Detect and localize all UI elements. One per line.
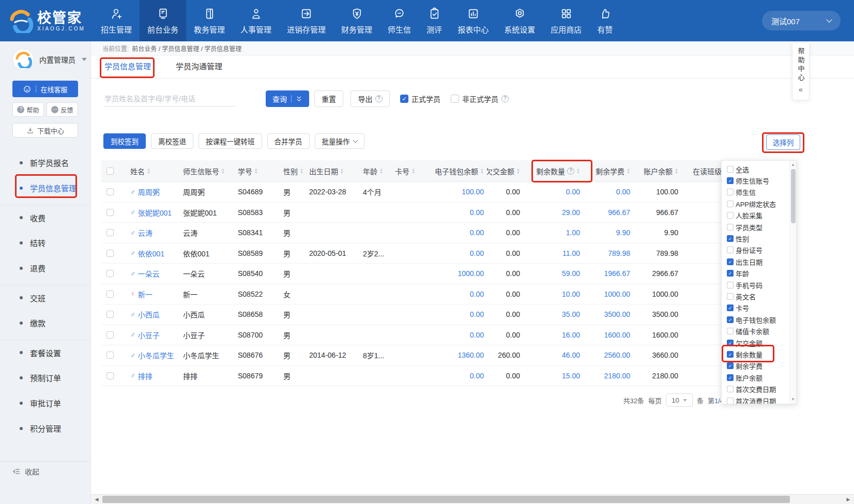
sort-icon[interactable] (576, 168, 580, 174)
sidebar-menu-item[interactable]: 预制订单 (0, 365, 90, 390)
formal-checkbox[interactable] (400, 95, 408, 103)
column-checkbox[interactable] (727, 224, 734, 231)
column-checkbox[interactable] (727, 166, 734, 173)
sort-icon[interactable] (516, 168, 520, 174)
dropdown-scrollbar[interactable]: ▲ ▼ (789, 161, 796, 404)
column-option[interactable]: 剩余学费 (722, 360, 796, 372)
tab-student-communication[interactable]: 学员沟通管理 (175, 60, 223, 78)
column-option[interactable]: 首次交费日期 (722, 383, 796, 394)
column-checkbox[interactable] (727, 328, 734, 334)
column-checkbox[interactable] (727, 374, 734, 381)
nav-item-hr[interactable]: 人事管理 (233, 0, 279, 41)
column-checkbox[interactable] (727, 258, 734, 265)
column-option[interactable]: 性别 (722, 233, 796, 244)
column-checkbox[interactable] (727, 340, 734, 346)
student-name-link[interactable]: 张妮妮001 (138, 207, 172, 218)
student-name-link[interactable]: 新一 (138, 289, 152, 299)
remaining-fee-link[interactable]: 2560.00 (604, 351, 630, 359)
sidebar-menu-item[interactable]: 积分管理 (0, 416, 90, 441)
checkout-button[interactable]: 离校签退 (151, 133, 193, 149)
column-header-name[interactable]: 姓名 (124, 166, 177, 176)
app-logo[interactable]: 校管家 XIAOGJ.COM (0, 0, 93, 41)
remaining-fee-link[interactable]: 966.67 (608, 208, 630, 217)
scroll-left-icon[interactable]: ◀ (92, 495, 101, 504)
sort-icon[interactable] (221, 168, 225, 174)
column-option[interactable]: 身份证号 (722, 245, 796, 256)
remaining-fee-link[interactable]: 0.00 (616, 188, 630, 196)
online-service-button[interactable]: 在线客服 (12, 81, 78, 97)
column-option[interactable]: 电子钱包余额 (722, 314, 796, 325)
formal-student-filter[interactable]: 正式学员 (400, 94, 440, 104)
column-option[interactable]: 手机号码 (722, 279, 796, 291)
remaining-fee-link[interactable]: 1966.67 (604, 269, 630, 278)
remaining-qty-link[interactable]: 15.00 (562, 372, 580, 380)
scrollbar-thumb[interactable] (791, 169, 796, 223)
nav-item-youzan[interactable]: 有赞 (589, 0, 620, 41)
sidebar-menu-item[interactable]: 新学员报名 (0, 150, 90, 175)
nav-item-settings[interactable]: 系统设置 (496, 0, 543, 41)
select-columns-button[interactable]: 选择列 (766, 134, 800, 150)
column-checkbox[interactable] (727, 362, 734, 369)
sort-icon[interactable] (147, 168, 150, 174)
wallet-balance-link[interactable]: 100.00 (462, 188, 484, 196)
column-checkbox[interactable] (727, 177, 734, 184)
student-name-link[interactable]: 小冬瓜学生 (138, 350, 174, 360)
wallet-balance-link[interactable]: 1000.00 (457, 269, 484, 278)
column-checkbox[interactable] (727, 247, 734, 253)
merge-students-button[interactable]: 合并学员 (267, 133, 310, 149)
wallet-balance-link[interactable]: 1360.00 (457, 351, 484, 359)
transfer-by-course-button[interactable]: 按课程一键转班 (199, 133, 262, 149)
column-option[interactable]: 剩余数量 (722, 348, 796, 360)
column-checkbox[interactable] (727, 316, 734, 323)
column-option[interactable]: 出生日期 (722, 256, 796, 267)
remaining-fee-link[interactable]: 789.98 (608, 249, 630, 257)
row-checkbox[interactable] (106, 372, 114, 379)
column-option[interactable]: 储值卡余额 (722, 325, 796, 337)
nav-item-finance[interactable]: 财务管理 (333, 0, 380, 41)
column-option[interactable]: 全选 (722, 163, 796, 175)
nav-item-reports[interactable]: 报表中心 (450, 0, 496, 41)
horizontal-scrollbar[interactable]: ◀ ▶ (91, 494, 854, 504)
sort-icon[interactable] (379, 168, 383, 174)
remaining-qty-link[interactable]: 59.00 (562, 269, 580, 278)
column-option[interactable]: 师生信 (722, 187, 796, 198)
column-header-balance[interactable]: 账户余额 (633, 166, 681, 176)
column-header-age[interactable]: 年龄 (357, 166, 389, 176)
sidebar-menu-item[interactable]: 结转 (0, 230, 90, 255)
wallet-balance-link[interactable]: 0.00 (470, 290, 484, 298)
sidebar-menu-item[interactable]: 缴款 (0, 310, 90, 335)
remaining-fee-link[interactable]: 3500.00 (604, 310, 630, 318)
remaining-qty-link[interactable]: 29.00 (562, 208, 580, 217)
user-menu[interactable]: 测试007 (762, 11, 841, 30)
student-name-link[interactable]: 云涛 (138, 227, 152, 238)
wallet-balance-link[interactable]: 0.00 (470, 331, 484, 339)
sort-icon[interactable] (254, 168, 258, 174)
sidebar-menu-item[interactable]: 学员信息管理 (0, 175, 90, 201)
column-checkbox[interactable] (727, 304, 734, 311)
column-option[interactable]: 年龄 (722, 268, 796, 279)
column-option[interactable]: 人脸采集 (722, 210, 796, 221)
remaining-qty-link[interactable]: 0.00 (566, 188, 580, 196)
row-checkbox[interactable] (106, 250, 114, 257)
scroll-up-icon[interactable]: ▲ (790, 161, 796, 169)
column-checkbox[interactable] (727, 351, 734, 358)
checkin-button[interactable]: 到校签到 (103, 133, 146, 149)
column-checkbox[interactable] (727, 235, 734, 242)
student-name-link[interactable]: 一朵云 (138, 268, 160, 279)
row-checkbox[interactable] (106, 291, 114, 298)
column-header-account[interactable]: 师生信账号 (177, 166, 232, 176)
student-name-link[interactable]: 周周粥 (138, 187, 160, 197)
download-center-button[interactable]: 下载中心 (12, 123, 78, 138)
column-option[interactable]: 英文名 (722, 291, 796, 302)
profile-menu[interactable]: 内置管理员 (12, 48, 90, 71)
wallet-balance-link[interactable]: 0.00 (470, 208, 484, 217)
column-checkbox[interactable] (727, 270, 734, 277)
student-name-link[interactable]: 依依001 (138, 248, 164, 258)
row-checkbox[interactable] (106, 209, 114, 216)
remaining-qty-link[interactable]: 11.00 (562, 249, 580, 257)
column-checkbox[interactable] (727, 386, 734, 392)
remaining-qty-link[interactable]: 10.00 (562, 290, 580, 298)
column-header-student-no[interactable]: 学号 (232, 166, 277, 176)
column-header-remaining-fee[interactable]: 剩余学费 (583, 166, 633, 176)
column-header-birth-date[interactable]: 出生日期 (303, 166, 357, 176)
